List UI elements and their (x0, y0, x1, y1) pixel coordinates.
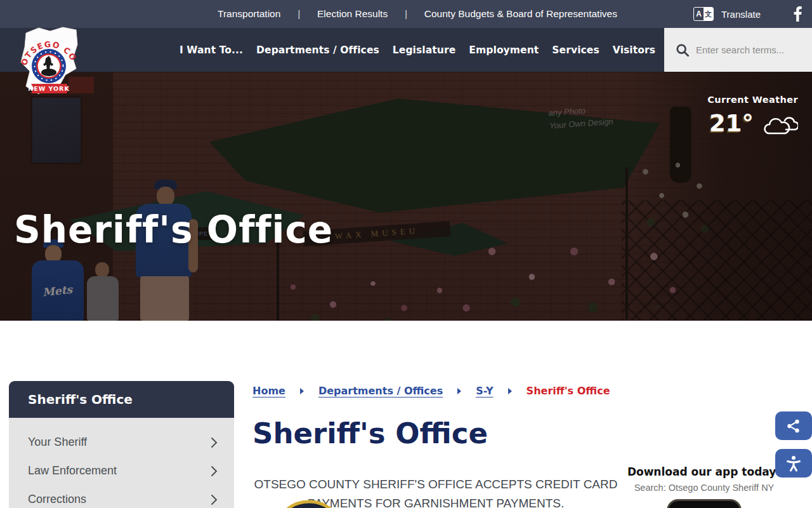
hero-page-title: Sheriff's Office (14, 208, 333, 251)
nav-item-employment[interactable]: Employment (469, 44, 539, 56)
translate-label: Translate (721, 9, 761, 20)
breadcrumb-departments-offices[interactable]: Departments / Offices (318, 385, 443, 397)
sheriff-badge-image: OTSEGO COUNTY (272, 499, 346, 508)
topbar-links: Transportation | Election Results | Coun… (218, 8, 617, 20)
sidebar-header: Sheriff's Office (9, 381, 234, 418)
chevron-right-icon (211, 494, 218, 505)
section-sidebar: Sheriff's Office Your Sheriff Law Enforc… (9, 381, 234, 508)
sidebar-item-corrections[interactable]: Corrections (9, 485, 234, 508)
main-navbar: I Want To... Departments / Offices Legis… (0, 28, 812, 72)
chevron-right-icon (211, 437, 218, 448)
accessibility-icon (785, 455, 802, 472)
page-title: Sheriff's Office (252, 417, 488, 450)
phone-image (667, 499, 742, 508)
breadcrumb-separator-icon (300, 388, 304, 394)
translate-icon: A 文 (693, 7, 714, 21)
nav-item-visitors[interactable]: Visitors (613, 44, 655, 56)
nav-item-i-want-to[interactable]: I Want To... (180, 44, 243, 56)
topbar-separator: | (405, 9, 407, 19)
nav-item-services[interactable]: Services (552, 44, 599, 56)
app-promo-title: Download our app today! (627, 465, 782, 478)
weather-temperature: 21° (709, 110, 754, 137)
breadcrumb-separator-icon (508, 388, 512, 394)
logo-banner-text: NEW YORK (28, 85, 70, 92)
app-promo: Download our app today! Search: Otsego C… (627, 465, 782, 508)
breadcrumb-s-y[interactable]: S-Y (476, 385, 493, 397)
breadcrumb: Home Departments / Offices S-Y Sheriff's… (252, 385, 610, 397)
sidebar-menu: Your Sheriff Law Enforcement Corrections (9, 418, 234, 508)
app-promo-subtitle: Search: Otsego County Sheriff NY (627, 483, 782, 493)
breadcrumb-separator-icon (457, 388, 461, 394)
sidebar-item-your-sheriff[interactable]: Your Sheriff (9, 428, 234, 457)
hero-banner: WAX MUSEU any Photo Your Own Design OPE … (0, 72, 812, 321)
county-logo[interactable]: OTSEGO COUNTY NEW YORK (17, 25, 81, 97)
share-icon (786, 418, 801, 434)
topbar-link-county-budgets[interactable]: County Budgets & Board of Representative… (424, 8, 617, 20)
share-button[interactable] (775, 411, 812, 440)
nav-items: I Want To... Departments / Offices Legis… (180, 44, 655, 56)
hero-overlay (0, 72, 812, 321)
sidebar-item-law-enforcement[interactable]: Law Enforcement (9, 457, 234, 485)
search-input[interactable] (696, 44, 801, 55)
breadcrumb-home[interactable]: Home (252, 385, 285, 397)
weather-widget: Current Weather 21° (707, 95, 798, 137)
county-seal-icon: OTSEGO COUNTY NEW YORK (17, 25, 81, 97)
top-utility-bar: Transportation | Election Results | Coun… (0, 0, 812, 28)
topbar-separator: | (298, 9, 300, 19)
nav-item-legislature[interactable]: Legislature (393, 44, 456, 56)
search-box (664, 28, 812, 72)
search-icon[interactable] (676, 43, 690, 57)
facebook-icon (794, 6, 802, 22)
sidebar-title: Sheriff's Office (28, 392, 133, 407)
nav-item-departments-offices[interactable]: Departments / Offices (256, 44, 379, 56)
weather-label: Current Weather (707, 95, 798, 105)
topbar-link-election-results[interactable]: Election Results (317, 8, 388, 20)
chevron-right-icon (211, 465, 218, 477)
accessibility-button[interactable] (775, 449, 812, 478)
facebook-button[interactable] (794, 6, 802, 22)
translate-button[interactable]: A 文 Translate (693, 7, 761, 21)
breadcrumb-current-page: Sheriff's Office (527, 385, 610, 397)
topbar-link-transportation[interactable]: Transportation (218, 8, 280, 20)
clouds-icon (764, 112, 798, 136)
